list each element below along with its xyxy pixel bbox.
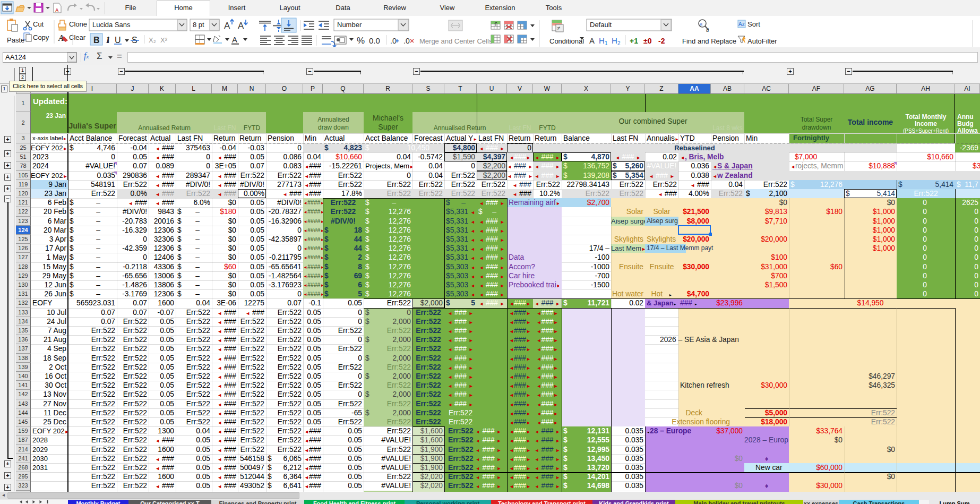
svg-text:Conditional: Conditional [549, 37, 584, 45]
svg-text:8 pt: 8 pt [193, 21, 204, 29]
svg-text:A: A [232, 35, 237, 44]
svg-text:A: A [224, 21, 230, 31]
svg-text:X²: X² [160, 36, 168, 44]
svg-text:Az: Az [738, 21, 745, 27]
svg-text:+1: +1 [630, 37, 638, 45]
svg-text:Cut: Cut [33, 20, 44, 28]
svg-text:d: d [706, 28, 709, 33]
svg-text:A: A [55, 7, 59, 13]
svg-text:Default: Default [590, 21, 612, 29]
svg-text:Find and Replace: Find and Replace [682, 37, 736, 45]
svg-text:Clear: Clear [69, 33, 86, 41]
svg-text:Merge and Center Cells: Merge and Center Cells [419, 37, 493, 45]
svg-text:H: H [612, 36, 617, 45]
svg-text:≠: ≠ [557, 25, 560, 31]
svg-text:%: % [357, 36, 365, 46]
svg-text:±0: ±0 [643, 37, 652, 45]
svg-text:H: H [599, 36, 605, 45]
svg-text:AutoFilter: AutoFilter [747, 37, 777, 45]
svg-text:2: 2 [617, 40, 621, 46]
svg-text:Number: Number [337, 21, 362, 29]
svg-text:Paste: Paste [7, 36, 24, 44]
svg-text:U: U [115, 36, 121, 45]
svg-text:X₂: X₂ [149, 36, 156, 44]
svg-text:a: a [700, 21, 702, 27]
svg-text:0.0: 0.0 [369, 36, 380, 45]
svg-text:Copy: Copy [33, 33, 49, 41]
svg-text:-2: -2 [658, 37, 665, 45]
svg-text:Sort: Sort [747, 20, 760, 28]
svg-text:A: A [589, 36, 595, 45]
svg-text:.0: .0 [403, 37, 410, 45]
svg-text:I: I [106, 36, 109, 45]
svg-text:Clone: Clone [69, 20, 87, 28]
svg-text:B: B [93, 36, 100, 45]
svg-text:1: 1 [605, 40, 608, 46]
svg-text:A: A [238, 21, 244, 31]
svg-text:Lucida Sans: Lucida Sans [92, 21, 131, 29]
